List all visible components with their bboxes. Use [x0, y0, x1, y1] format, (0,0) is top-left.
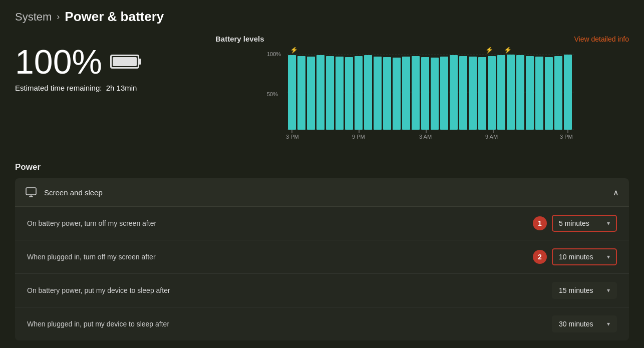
- svg-text:50%: 50%: [267, 91, 278, 97]
- svg-text:9 AM: 9 AM: [485, 134, 498, 140]
- row-label-3: On battery power, put my device to sleep…: [27, 286, 170, 294]
- svg-rect-19: [421, 57, 429, 130]
- svg-rect-10: [336, 57, 344, 130]
- svg-rect-27: [497, 55, 505, 130]
- settings-rows: On battery power, turn off my screen aft…: [15, 207, 629, 340]
- screen-sleep-card: Screen and sleep ∧ On battery power, tur…: [15, 178, 629, 340]
- svg-text:9 PM: 9 PM: [352, 134, 365, 140]
- svg-rect-8: [316, 55, 325, 130]
- svg-rect-17: [402, 57, 410, 130]
- svg-text:3 AM: 3 AM: [419, 134, 432, 140]
- breadcrumb-system[interactable]: System: [15, 11, 52, 24]
- battery-icon: [110, 55, 139, 69]
- svg-rect-22: [450, 55, 458, 130]
- svg-rect-34: [564, 55, 572, 130]
- power-section-title: Power: [15, 162, 629, 172]
- svg-rect-33: [554, 56, 562, 130]
- dropdown-value-2: 10 minutes: [559, 253, 593, 261]
- screen-sleep-icon: [25, 186, 37, 198]
- table-row: On battery power, turn off my screen aft…: [15, 207, 629, 240]
- svg-rect-48: [26, 188, 36, 195]
- svg-rect-25: [478, 57, 486, 130]
- screen-sleep-label: Screen and sleep: [44, 188, 103, 197]
- battery-display: 100%: [15, 45, 195, 79]
- svg-rect-15: [383, 57, 391, 130]
- svg-text:3 PM: 3 PM: [286, 134, 299, 140]
- svg-text:⚡: ⚡: [485, 47, 494, 54]
- table-row: On battery power, put my device to sleep…: [15, 274, 629, 307]
- dropdown-3[interactable]: 15 minutes ▾: [552, 282, 617, 299]
- page-title: Power & battery: [65, 9, 164, 25]
- row-label-4: When plugged in, put my device to sleep …: [27, 320, 169, 328]
- estimated-time: Estimated time remaining: 2h 13min: [15, 84, 195, 92]
- chevron-down-icon: ▾: [607, 220, 610, 227]
- battery-chart: 100% 50%: [215, 47, 629, 152]
- table-row: When plugged in, put my device to sleep …: [15, 307, 629, 340]
- svg-rect-12: [355, 56, 363, 130]
- svg-rect-31: [535, 57, 543, 130]
- svg-rect-11: [345, 57, 353, 130]
- estimated-time-value: 2h 13min: [106, 84, 137, 92]
- dropdown-value-3: 15 minutes: [559, 286, 593, 294]
- svg-rect-21: [440, 57, 448, 130]
- left-panel: 100% Estimated time remaining: 2h 13min: [15, 35, 195, 152]
- view-detailed-link[interactable]: View detailed info: [574, 35, 629, 43]
- battery-percentage: 100%: [15, 45, 102, 79]
- svg-rect-24: [469, 57, 477, 130]
- dropdown-value-1: 5 minutes: [559, 219, 589, 227]
- breadcrumb: System › Power & battery: [15, 9, 629, 25]
- svg-rect-30: [526, 56, 534, 130]
- svg-text:100%: 100%: [267, 51, 281, 57]
- screen-sleep-header[interactable]: Screen and sleep ∧: [15, 178, 629, 207]
- svg-rect-32: [545, 57, 553, 130]
- chart-svg: 100% 50%: [215, 47, 629, 140]
- svg-rect-28: [507, 55, 515, 130]
- dropdown-2[interactable]: 10 minutes ▾: [552, 248, 617, 265]
- svg-rect-20: [431, 58, 439, 130]
- breadcrumb-arrow: ›: [57, 12, 60, 22]
- dropdown-1[interactable]: 5 minutes ▾: [552, 215, 617, 232]
- svg-rect-7: [307, 57, 315, 130]
- svg-rect-16: [393, 58, 401, 130]
- right-panel: Battery levels View detailed info 100% 5…: [215, 35, 629, 152]
- badge-2: 2: [533, 250, 547, 264]
- svg-rect-14: [374, 57, 382, 130]
- badge-1: 1: [533, 216, 547, 230]
- power-section: Power Screen and sleep ∧ On batt: [15, 162, 629, 340]
- table-row: When plugged in, turn off my screen afte…: [15, 240, 629, 274]
- svg-rect-29: [516, 55, 524, 130]
- chart-title: Battery levels: [215, 35, 264, 43]
- svg-rect-5: [288, 55, 296, 130]
- chevron-down-icon: ▾: [607, 320, 610, 327]
- chevron-up-icon: ∧: [613, 188, 619, 197]
- chart-header: Battery levels View detailed info: [215, 35, 629, 43]
- svg-rect-9: [326, 56, 334, 130]
- chevron-down-icon: ▾: [607, 287, 610, 294]
- dropdown-4[interactable]: 30 minutes ▾: [552, 315, 617, 332]
- chevron-down-icon: ▾: [607, 253, 610, 260]
- row-label-2: When plugged in, turn off my screen afte…: [27, 253, 156, 261]
- svg-rect-18: [412, 56, 420, 130]
- dropdown-value-4: 30 minutes: [559, 320, 593, 328]
- svg-text:3 PM: 3 PM: [560, 134, 573, 140]
- svg-rect-13: [364, 55, 372, 130]
- svg-rect-26: [488, 56, 496, 130]
- svg-rect-23: [459, 56, 467, 130]
- svg-text:⚡: ⚡: [290, 47, 298, 54]
- svg-text:⚡: ⚡: [504, 47, 512, 54]
- svg-rect-6: [297, 56, 305, 130]
- row-label-1: On battery power, turn off my screen aft…: [27, 219, 156, 227]
